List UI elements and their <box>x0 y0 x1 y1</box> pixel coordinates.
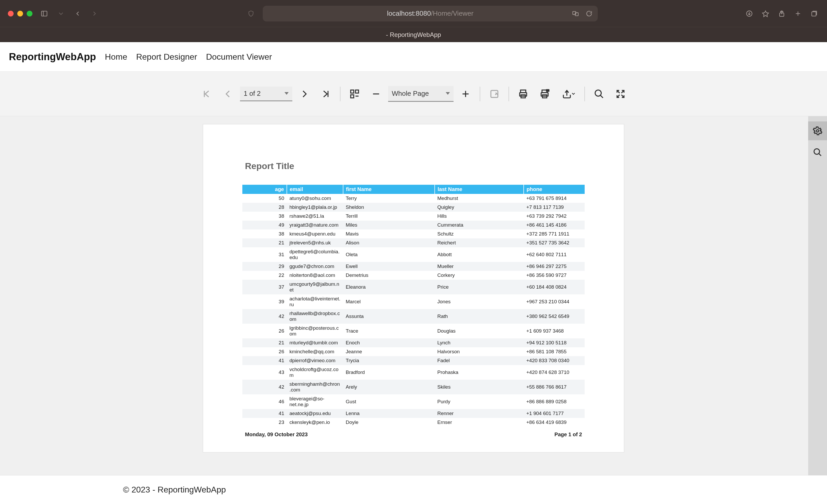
cell-age: 23 <box>242 418 287 427</box>
cell-age: 46 <box>242 394 287 409</box>
svg-line-31 <box>600 95 603 98</box>
cell-first-name: Alison <box>343 238 435 247</box>
browser-tab-title: - ReportingWebApp <box>386 31 441 39</box>
cell-last-name: Medhurst <box>435 194 524 203</box>
print-page-button[interactable] <box>535 85 554 103</box>
table-row: 23ckensleyk@pen.ioDoyleErnser+86 634 419… <box>242 418 585 427</box>
cell-last-name: Rath <box>435 309 524 324</box>
table-header-row: age email first Name last Name phone <box>242 185 585 194</box>
next-page-button[interactable] <box>295 85 314 103</box>
cell-email: hbingley1@plala.or.jp <box>287 203 343 212</box>
col-first-name: first Name <box>343 185 435 194</box>
cell-email: kmeus4@upenn.edu <box>287 230 343 238</box>
tab-overview-icon[interactable] <box>809 9 819 18</box>
cell-phone: +86 461 145 4186 <box>524 220 585 230</box>
window-minimize-button[interactable] <box>17 11 23 16</box>
export-button[interactable] <box>557 85 580 103</box>
cell-first-name: Marcel <box>343 294 435 309</box>
fullscreen-button[interactable] <box>611 85 630 103</box>
prev-page-button[interactable] <box>218 85 237 103</box>
cell-age: 21 <box>242 238 287 247</box>
cell-last-name: Abbott <box>435 247 524 262</box>
print-button[interactable] <box>514 85 533 103</box>
zoom-mode-selector[interactable]: Whole Page <box>388 86 453 102</box>
cell-first-name: Demetrius <box>343 271 435 280</box>
nav-link-viewer[interactable]: Document Viewer <box>206 52 272 62</box>
cell-phone: +63 739 292 7942 <box>524 212 585 220</box>
new-tab-icon[interactable] <box>793 9 803 18</box>
zoom-in-button[interactable] <box>456 85 475 103</box>
chevron-down-icon <box>285 92 289 95</box>
cell-first-name: Trycia <box>343 356 435 365</box>
cell-first-name: Mavis <box>343 230 435 238</box>
report-page: Report Title age email first Name last N… <box>203 124 624 452</box>
nav-link-home[interactable]: Home <box>105 52 127 62</box>
table-row: 42sberminghamh@chron.comArelySkiles+55 8… <box>242 380 585 394</box>
cell-age: 41 <box>242 409 287 418</box>
cell-phone: +60 184 408 0824 <box>524 280 585 294</box>
downloads-icon[interactable] <box>744 9 754 18</box>
cell-age: 49 <box>242 220 287 230</box>
zoom-mode-text: Whole Page <box>392 90 429 98</box>
cell-age: 22 <box>242 271 287 280</box>
chevron-down-icon <box>446 92 450 95</box>
page-selector[interactable]: 1 of 2 <box>240 87 292 101</box>
multipage-toggle-button[interactable] <box>345 85 364 103</box>
nav-link-designer[interactable]: Report Designer <box>136 52 197 62</box>
chevron-down-icon[interactable] <box>56 9 66 18</box>
window-close-button[interactable] <box>8 11 14 16</box>
report-table: age email first Name last Name phone 50a… <box>242 185 585 427</box>
cell-age: 37 <box>242 280 287 294</box>
cell-age: 21 <box>242 338 287 347</box>
cell-email: rhallawellb@dropbox.com <box>287 309 343 324</box>
svg-rect-16 <box>351 95 354 98</box>
viewer-canvas: Report Title age email first Name last N… <box>0 116 827 475</box>
table-row: 21jtreleven5@nhs.ukAlisonReichert+351 52… <box>242 238 585 247</box>
rail-options-button[interactable] <box>808 121 827 140</box>
shield-icon[interactable] <box>246 9 256 18</box>
cell-last-name: Prohaska <box>435 365 524 380</box>
window-controls <box>8 11 33 16</box>
share-icon[interactable] <box>777 9 787 18</box>
svg-rect-14 <box>351 90 354 93</box>
browser-forward-button[interactable] <box>90 9 99 18</box>
cell-email: mturleyd@tumblr.com <box>287 338 343 347</box>
table-row: 46bleveragei@so-net.ne.jpGustPurdy+86 88… <box>242 394 585 409</box>
cell-phone: +380 962 542 6549 <box>524 309 585 324</box>
bookmark-icon[interactable] <box>761 9 771 18</box>
cell-age: 41 <box>242 356 287 365</box>
last-page-button[interactable] <box>317 85 335 103</box>
sidebar-toggle-icon[interactable] <box>39 9 49 18</box>
search-button[interactable] <box>590 85 609 103</box>
address-bar-url: localhost:8080/Home/Viewer <box>387 9 474 17</box>
table-row: 26kminchelle@qq.comJeanneHalvorson+86 58… <box>242 347 585 356</box>
highlight-fields-button[interactable] <box>485 85 504 103</box>
cell-email: lgribbinc@posterous.com <box>287 324 343 338</box>
cell-email: kminchelle@qq.com <box>287 347 343 356</box>
cell-email: dpierrof@vimeo.com <box>287 356 343 365</box>
table-row: 49yraigatt3@nature.comMilesCummerata+86 … <box>242 220 585 230</box>
cell-email: atuny0@sohu.com <box>287 194 343 203</box>
cell-email: sberminghamh@chron.com <box>287 380 343 394</box>
cell-last-name: Hills <box>435 212 524 220</box>
window-zoom-button[interactable] <box>27 11 33 16</box>
cell-email: jtreleven5@nhs.uk <box>287 238 343 247</box>
cell-last-name: Ernser <box>435 418 524 427</box>
address-bar[interactable]: localhost:8080/Home/Viewer <box>263 6 598 21</box>
first-page-button[interactable] <box>197 85 216 103</box>
zoom-out-button[interactable] <box>367 85 386 103</box>
translate-icon[interactable] <box>571 9 580 18</box>
cell-last-name: Skiles <box>435 380 524 394</box>
cell-last-name: Purdy <box>435 394 524 409</box>
cell-first-name: Oleta <box>343 247 435 262</box>
reload-icon[interactable] <box>584 9 594 18</box>
browser-back-button[interactable] <box>73 9 83 18</box>
cell-last-name: Jones <box>435 294 524 309</box>
cell-email: nloiterton8@aol.com <box>287 271 343 280</box>
rail-search-button[interactable] <box>808 143 827 162</box>
cell-age: 50 <box>242 194 287 203</box>
cell-first-name: Arely <box>343 380 435 394</box>
browser-chrome: localhost:8080/Home/Viewer <box>0 0 827 27</box>
cell-first-name: Ewell <box>343 262 435 271</box>
table-row: 28hbingley1@plala.or.jpSheldonQuigley+7 … <box>242 203 585 212</box>
